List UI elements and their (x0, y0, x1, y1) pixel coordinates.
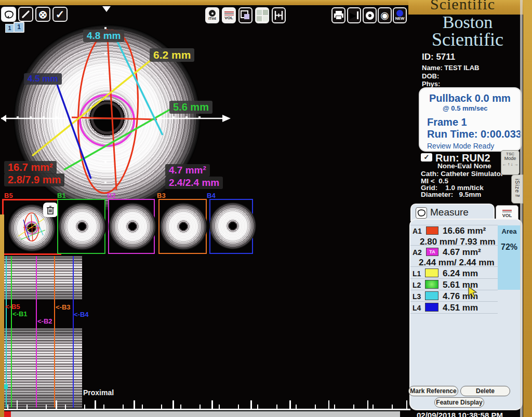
a2-area-trace[interactable] (80, 95, 134, 146)
line-icon (22, 10, 30, 19)
bookmark-thumb-b3[interactable] (158, 199, 207, 254)
row-divider (410, 225, 498, 225)
a1-diameter-v[interactable] (107, 29, 116, 190)
overlapping-squares-icon (241, 10, 250, 20)
area-percent-value: 72% (498, 243, 521, 252)
a2-area-label: 4.7 mm² (165, 164, 210, 177)
a1-area-label: 16.7 mm² (4, 161, 57, 174)
area-trace-tool-button[interactable] (1, 7, 16, 22)
caliper-icon (274, 10, 284, 20)
area-percent-block: Area 72% (498, 225, 521, 290)
system-timestamp: 02/09/2018 10:38:58 PM (417, 411, 503, 417)
a2-value[interactable]: 4.67 mm² (443, 247, 481, 258)
l4-value[interactable]: 4.51 mm (443, 303, 478, 313)
bookmark-label-b2: B2 (107, 192, 116, 199)
distance-ruler (4, 400, 410, 410)
area-trace-icon (4, 10, 14, 19)
bookmark-label-b3: B3 (157, 192, 166, 199)
l3-length-label: 4.8 mm (83, 30, 124, 42)
ild-edge-marker (4, 384, 8, 389)
layout-grid-button[interactable] (255, 7, 269, 23)
ild-marker-b3: <-B3 (56, 303, 71, 311)
record-button[interactable]: ◉ (378, 7, 392, 23)
run-cath: Cath: Catheter Simulator (421, 170, 503, 178)
thumb-rings (109, 203, 156, 250)
disc-button[interactable] (363, 7, 377, 23)
vol-tab-label: VOL (502, 213, 512, 218)
tool-count-badge: 1 (5, 24, 14, 33)
ild-marker-b4: <-B4 (74, 311, 89, 318)
patient-id: ID: 5711 (422, 52, 455, 62)
ild-bookmark-line-b2[interactable] (36, 256, 37, 408)
vol-mode-button[interactable]: VOL (222, 7, 236, 23)
bookmark-label-b4: B4 (207, 192, 216, 199)
boston-scientific-logo: Boston Scientific (416, 14, 520, 49)
caliper-button[interactable] (272, 7, 286, 23)
ild-scrollbar[interactable] (4, 411, 400, 417)
measure-row-id-l2: L2 (413, 281, 421, 289)
a2-color-swatch: TA (426, 248, 438, 256)
row-divider (410, 245, 498, 246)
accept-tool-button[interactable]: ✓ (52, 7, 68, 22)
l1-value[interactable]: 6.24 mm (443, 268, 478, 279)
layout-overlap-button[interactable] (238, 7, 252, 23)
l4-length-label: 4.5 mm (24, 73, 62, 85)
ild-bookmark-line-b1[interactable] (11, 256, 12, 408)
delete-button[interactable]: Delete (460, 386, 510, 396)
delete-measure-tool-button[interactable]: ⊗ (35, 7, 50, 22)
bookmark-thumb-b5[interactable] (2, 199, 61, 255)
print-button[interactable] (331, 7, 345, 23)
new-run-button[interactable]: NEW (393, 7, 407, 23)
axis-arrow-left-icon (1, 115, 6, 122)
itint-label: iTint (208, 17, 216, 21)
ild-marker-b2: <-B2 (37, 317, 52, 325)
run-select-checkbox[interactable]: ✓ (421, 153, 432, 162)
ild-bookmark-line-b3[interactable] (54, 256, 55, 408)
bookmark-label-b5: B5 (4, 192, 13, 199)
trash-icon (46, 206, 55, 214)
screen-edge-highlight (520, 0, 523, 417)
thumb-rings (209, 203, 256, 249)
logo-line1: Boston (416, 14, 520, 31)
circle-x-icon: ⊗ (38, 9, 48, 20)
ruler-baseline (4, 409, 410, 410)
row-divider (410, 313, 498, 314)
measure-row-id-l4: L4 (413, 304, 421, 312)
logo-line2: Scientific (416, 30, 520, 49)
measure-tab-trace-icon (416, 207, 427, 219)
feature-display-button[interactable]: Feature Display (434, 397, 484, 408)
measure-row-id-a2: A2 (413, 248, 422, 257)
patient-dob: DOB: (422, 72, 439, 80)
distance-line-tool-button[interactable] (18, 7, 33, 22)
bookmark-thumb-b1[interactable] (57, 199, 105, 254)
monitor-bezel-left (0, 214, 4, 417)
bookmark-thumb-b4[interactable] (209, 199, 253, 254)
mouse-cursor-icon (468, 286, 478, 299)
tsc-mode-button[interactable]: TSC Mode ← ↑ ↓ → (501, 150, 520, 175)
new-label: NEW (395, 17, 405, 21)
grid-squares-icon (257, 10, 268, 21)
bookmark-thumb-b2[interactable] (108, 199, 155, 254)
play-to-end-button[interactable]: ▶ (347, 7, 361, 23)
mark-reference-button[interactable]: Mark Reference (408, 386, 458, 396)
l2-length-label: 5.6 mm (169, 101, 212, 114)
patient-phys: Phys: (422, 80, 440, 88)
disc-icon (366, 11, 374, 20)
a1-diameter-h[interactable] (72, 117, 157, 119)
row-divider (410, 278, 498, 279)
row-divider (410, 290, 498, 290)
vol-lines-icon (224, 11, 234, 16)
ild-band-top (4, 256, 82, 300)
ild-bookmark-line-b4[interactable] (73, 256, 74, 408)
ild-scroll-position-marker[interactable] (4, 411, 11, 417)
ild-marker-b5: <-B5 (5, 303, 20, 311)
measure-row-id-l1: L1 (413, 270, 421, 278)
itint-button[interactable]: iTint (205, 7, 219, 23)
bookmark-label-b1: B1 (57, 192, 66, 199)
a1-value[interactable]: 16.66 mm² (443, 226, 486, 236)
review-mode-status: Review Mode Ready (427, 142, 494, 150)
ild-marker-b1: <-B1 (12, 310, 28, 318)
delete-bookmark-button[interactable] (43, 203, 58, 217)
l4-color-swatch (425, 303, 438, 312)
thumb-rings (58, 203, 106, 250)
